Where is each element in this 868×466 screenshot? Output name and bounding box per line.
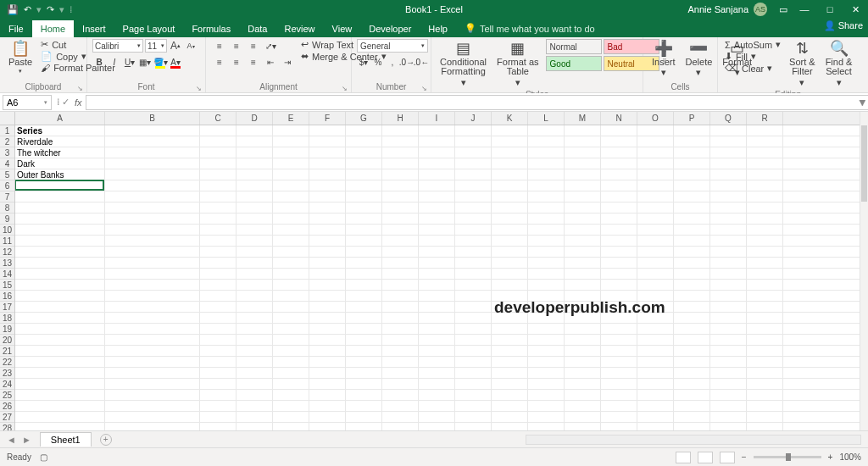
cell[interactable]: [309, 335, 346, 345]
dialog-launcher-icon[interactable]: ↘: [196, 85, 202, 92]
cell[interactable]: [455, 401, 492, 411]
cell[interactable]: [492, 247, 528, 257]
cell[interactable]: [105, 269, 200, 279]
cell[interactable]: [674, 202, 710, 213]
cell[interactable]: [200, 169, 236, 180]
zoom-slider[interactable]: [754, 456, 821, 458]
cell[interactable]: [273, 280, 309, 290]
grow-font-button[interactable]: A▴: [169, 39, 182, 53]
cell[interactable]: [105, 324, 200, 334]
cell[interactable]: [236, 147, 273, 158]
cell[interactable]: [346, 324, 382, 334]
cell[interactable]: [455, 258, 492, 268]
cell[interactable]: [236, 158, 273, 169]
cell[interactable]: [200, 335, 236, 345]
cell[interactable]: [346, 158, 382, 169]
cell[interactable]: [273, 236, 309, 246]
cell[interactable]: [105, 202, 200, 213]
cell[interactable]: [309, 202, 346, 213]
cell[interactable]: [309, 147, 346, 158]
cell[interactable]: [710, 191, 747, 202]
cell[interactable]: [382, 147, 419, 158]
cell[interactable]: [601, 191, 637, 202]
cell[interactable]: [309, 280, 346, 290]
cell[interactable]: [747, 379, 783, 389]
cell[interactable]: [528, 180, 565, 191]
cell[interactable]: [236, 191, 273, 202]
cell[interactable]: [419, 158, 455, 169]
row-header[interactable]: 20: [0, 335, 14, 346]
cell[interactable]: [747, 368, 783, 378]
cell[interactable]: [565, 180, 601, 191]
cell[interactable]: [492, 346, 528, 356]
cell[interactable]: [273, 346, 309, 356]
decrease-decimal-button[interactable]: .0←: [415, 55, 428, 69]
tab-data[interactable]: Data: [239, 20, 275, 37]
row-header[interactable]: 14: [0, 269, 14, 280]
cell[interactable]: [236, 258, 273, 268]
column-header[interactable]: M: [565, 112, 601, 125]
cell[interactable]: [346, 401, 382, 411]
cell[interactable]: [309, 324, 346, 334]
row-header[interactable]: 24: [0, 379, 14, 390]
cell[interactable]: [15, 236, 105, 246]
cell[interactable]: Riverdale: [15, 136, 105, 147]
fill-color-button[interactable]: 🪣▾: [153, 55, 167, 69]
sheet-tab[interactable]: Sheet1: [40, 432, 92, 447]
row-header[interactable]: 27: [0, 412, 14, 423]
orientation-button[interactable]: ⤢▾: [264, 39, 277, 53]
cell[interactable]: [637, 423, 674, 430]
sheet-nav[interactable]: ◄ ►: [0, 435, 40, 445]
row-header[interactable]: 18: [0, 313, 14, 324]
cell[interactable]: [419, 302, 455, 312]
cell[interactable]: [419, 202, 455, 213]
cell[interactable]: [105, 125, 200, 136]
cell[interactable]: [309, 346, 346, 356]
cell[interactable]: [273, 379, 309, 389]
row-header[interactable]: 11: [0, 236, 14, 247]
cell[interactable]: [747, 247, 783, 257]
cell[interactable]: [674, 147, 710, 158]
cell[interactable]: [419, 346, 455, 356]
cell[interactable]: [674, 423, 710, 430]
cell[interactable]: [710, 379, 747, 389]
cell[interactable]: [637, 125, 674, 136]
font-name-combo[interactable]: Calibri▾: [92, 39, 143, 53]
cell[interactable]: [419, 125, 455, 136]
accounting-button[interactable]: $▾: [357, 55, 370, 69]
cell[interactable]: [273, 125, 309, 136]
font-size-combo[interactable]: 11▾: [145, 39, 167, 53]
cell[interactable]: [492, 180, 528, 191]
cell[interactable]: [382, 214, 419, 224]
cell[interactable]: [601, 280, 637, 290]
cell[interactable]: [105, 335, 200, 345]
vertical-scrollbar[interactable]: [860, 112, 868, 439]
cell[interactable]: [747, 269, 783, 279]
cell[interactable]: [105, 346, 200, 356]
cell[interactable]: [309, 225, 346, 235]
cell[interactable]: [710, 147, 747, 158]
cell[interactable]: [105, 214, 200, 224]
cell[interactable]: [747, 291, 783, 301]
cell[interactable]: [565, 258, 601, 268]
cell[interactable]: [200, 368, 236, 378]
comma-button[interactable]: ,: [386, 55, 399, 69]
cell[interactable]: [565, 202, 601, 213]
borders-button[interactable]: ▦▾: [138, 55, 152, 69]
cell[interactable]: [455, 291, 492, 301]
zoom-level[interactable]: 100%: [839, 452, 861, 462]
cell[interactable]: [382, 280, 419, 290]
cell[interactable]: [273, 258, 309, 268]
cell[interactable]: [455, 169, 492, 180]
cell[interactable]: [382, 291, 419, 301]
cell[interactable]: [419, 335, 455, 345]
bold-button[interactable]: B: [92, 55, 106, 69]
cell[interactable]: [674, 180, 710, 191]
cell[interactable]: [528, 125, 565, 136]
cell[interactable]: [674, 357, 710, 367]
cell[interactable]: [492, 390, 528, 400]
column-header[interactable]: C: [200, 112, 236, 125]
cell[interactable]: [382, 269, 419, 279]
cell[interactable]: [15, 302, 105, 312]
cell[interactable]: [200, 280, 236, 290]
